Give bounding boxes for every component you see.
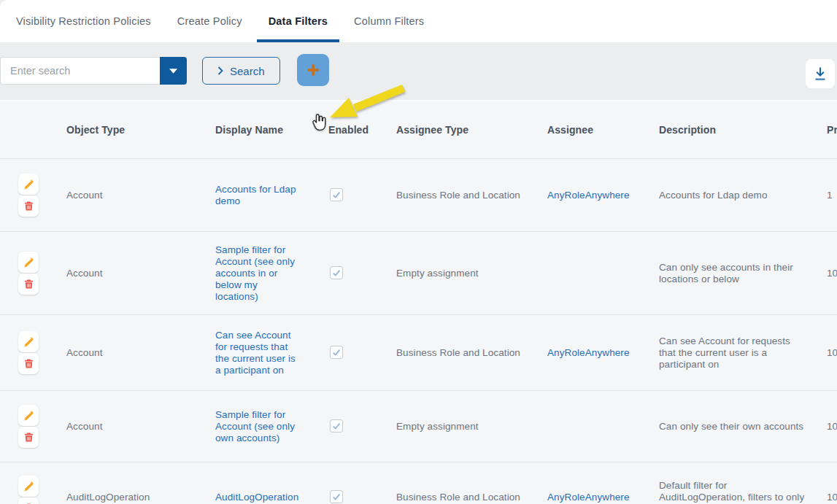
tab-data-filters[interactable]: Data Filters [257,0,339,42]
column-header-object-type: Object Type [66,124,215,136]
table-row: Account Can see Account for requests tha… [0,314,837,390]
check-icon [331,268,342,278]
delete-button[interactable] [18,195,39,217]
assignee-type-cell: Business Role and Location [396,347,547,359]
delete-button[interactable] [18,274,39,295]
priority-cell: 10 [827,492,837,503]
edit-icon [23,481,34,492]
column-header-description: Description [659,124,827,136]
priority-cell: 10 [827,268,837,279]
edit-icon [23,257,34,268]
column-header-priority: Priority [827,124,837,136]
search-group [0,57,187,85]
object-type-cell: Account [66,190,215,201]
description-cell: Can only see their own accounts [659,421,803,433]
search-button-label: Search [230,65,265,77]
delete-icon [23,279,34,290]
table-row: AuditLogOperation AuditLogOperation Busi… [0,462,837,504]
assignee-link[interactable]: AnyRoleAnywhere [547,347,630,358]
display-name-link[interactable]: Sample filter for Account (see only acco… [215,244,297,303]
enabled-checkbox[interactable] [330,188,343,201]
assignee-link[interactable]: AnyRoleAnywhere [547,190,630,201]
search-button[interactable]: Search [202,57,280,85]
check-icon [331,421,342,431]
object-type-cell: Account [66,268,215,279]
download-button[interactable] [806,59,835,88]
delete-button[interactable] [18,427,39,448]
edit-icon [23,336,34,348]
search-options-dropdown-button[interactable] [160,57,187,85]
delete-button[interactable] [18,497,39,504]
tab-visibility-restriction-policies[interactable]: Visibility Restriction Policies [4,0,163,42]
edit-button[interactable] [18,476,39,497]
edit-button[interactable] [18,252,39,273]
column-header-assignee-type: Assignee Type [396,124,547,136]
enabled-checkbox[interactable] [330,346,343,359]
assignee-type-cell: Empty assignment [396,268,547,279]
assignee-type-cell: Business Role and Location [396,492,547,503]
description-cell: Default filter for AuditLogOperation, fi… [659,480,809,504]
display-name-link[interactable]: AuditLogOperation [215,492,297,503]
priority-cell: 10 [827,421,837,433]
description-cell: Can see Account for requests that the cu… [659,336,809,371]
chevron-right-icon [217,66,223,75]
display-name-link[interactable]: Can see Account for requests that the cu… [215,330,297,376]
column-header-enabled: Enabled [328,124,396,136]
assignee-type-cell: Business Role and Location [396,190,547,201]
description-cell: Accounts for Ldap demo [659,190,768,201]
caret-down-icon [169,69,177,74]
edit-button[interactable] [18,331,39,352]
delete-icon [23,201,34,212]
delete-icon [23,358,34,369]
plus-icon [306,63,320,77]
display-name-link[interactable]: Accounts for Ldap demo [215,184,297,207]
search-input[interactable] [0,57,160,85]
object-type-cell: Account [66,347,215,359]
priority-cell: 1 [827,190,837,201]
table-row: Account Accounts for Ldap demo Business … [0,158,837,231]
check-icon [331,347,342,357]
edit-icon [23,179,34,190]
enabled-checkbox[interactable] [330,266,343,279]
priority-cell: 10 [827,347,837,359]
app-window: Visibility Restriction Policies Create P… [0,0,837,504]
tab-bar: Visibility Restriction Policies Create P… [0,0,837,42]
table-row: Account Sample filter for Account (see o… [0,390,837,462]
download-icon [811,65,829,82]
assignee-link[interactable]: AnyRoleAnywhere [547,492,630,503]
object-type-cell: AuditLogOperation [66,492,215,503]
delete-button[interactable] [18,353,39,374]
check-icon [331,492,342,502]
data-filters-table: Object Type Display Name Enabled Assigne… [0,100,837,504]
enabled-checkbox[interactable] [330,419,343,433]
tab-column-filters[interactable]: Column Filters [342,0,436,42]
display-name-link[interactable]: Sample filter for Account (see only own … [215,409,297,444]
column-header-assignee: Assignee [547,124,659,136]
edit-button[interactable] [18,174,39,195]
edit-button[interactable] [18,405,39,426]
check-icon [331,190,342,200]
column-header-display-name: Display Name [215,124,328,136]
description-cell: Can only see accounts in their locations… [659,262,809,285]
assignee-type-cell: Empty assignment [396,421,547,433]
add-filter-button[interactable] [297,54,329,86]
delete-icon [23,432,34,443]
toolbar: Search [0,42,837,100]
enabled-checkbox[interactable] [330,490,343,503]
table-row: Account Sample filter for Account (see o… [0,231,837,314]
tab-create-policy[interactable]: Create Policy [166,0,254,42]
object-type-cell: Account [66,421,215,433]
edit-icon [23,410,34,422]
table-header-row: Object Type Display Name Enabled Assigne… [0,101,837,158]
